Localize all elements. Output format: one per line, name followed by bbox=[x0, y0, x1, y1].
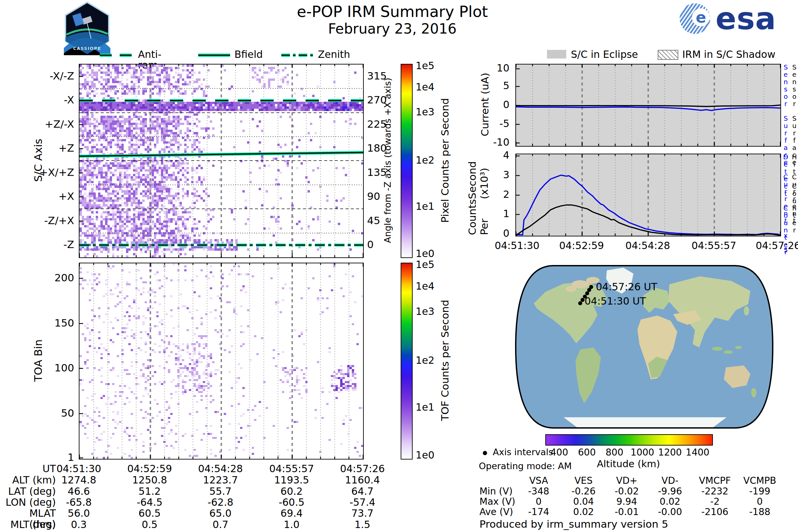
info-cell: 60.5 bbox=[114, 508, 185, 519]
toa-tick: 50 bbox=[18, 407, 74, 419]
voltage-cell: -188 bbox=[737, 507, 783, 517]
zenith-line-sample-icon bbox=[281, 53, 313, 58]
info-cell: 04:52:59 bbox=[114, 463, 185, 474]
voltage-cell: 0 bbox=[737, 496, 783, 507]
voltage-header: VMCPF bbox=[691, 475, 738, 486]
track-end-time-label: 04:57:26 UT bbox=[596, 281, 657, 292]
info-cell: 1250.8 bbox=[114, 474, 185, 486]
info-cell: -65.8 bbox=[43, 497, 114, 508]
shadow-hatch-swatch-icon bbox=[658, 50, 678, 60]
current-plot bbox=[516, 64, 780, 146]
colorbar-tick: 1e3 bbox=[416, 306, 435, 317]
colorbar-tick: 1e1 bbox=[416, 402, 435, 413]
eclipse-legend-label: S/C in Eclipse bbox=[571, 49, 638, 60]
voltage-header: VES bbox=[560, 475, 607, 486]
esa-logo: e esa bbox=[678, 2, 795, 35]
axis-intervals-label: Axis intervals bbox=[493, 447, 553, 457]
band-label: -Z/+X bbox=[18, 215, 74, 226]
voltage-cell: -199 bbox=[737, 486, 783, 496]
voltage-cell: -348 bbox=[515, 486, 562, 496]
counts-ylabel-line2: Second (x10³) bbox=[466, 154, 490, 199]
alt-tick: 1000 bbox=[629, 447, 656, 458]
voltage-cell: 0.02 bbox=[647, 496, 693, 507]
toa-tick: 100 bbox=[18, 362, 74, 374]
current-ytick: -5 bbox=[475, 118, 509, 129]
toa-overlay bbox=[79, 263, 363, 459]
counts-ytick: 2 bbox=[491, 189, 509, 200]
axis-intervals-dot-icon bbox=[483, 451, 487, 455]
current-ytick: 5 bbox=[475, 80, 509, 92]
alt-tick: 400 bbox=[546, 447, 573, 458]
voltage-cell: 9.94 bbox=[604, 496, 650, 507]
time-tick: 04:51:30 bbox=[489, 240, 545, 251]
voltage-cell: -2106 bbox=[691, 507, 738, 517]
colorbar-tick: 1e0 bbox=[416, 450, 435, 461]
info-cell: -57.4 bbox=[327, 497, 398, 508]
info-cell: 1193.5 bbox=[256, 474, 327, 486]
altitude-bar-title: Altitude (km) bbox=[578, 458, 678, 470]
current-panel bbox=[515, 64, 781, 147]
alt-tick: 1400 bbox=[684, 447, 711, 458]
info-cell: 69.4 bbox=[256, 508, 327, 519]
voltage-cell: -2232 bbox=[691, 486, 738, 496]
cassiope-logo: CASSIOPE bbox=[64, 1, 110, 55]
counts-plot bbox=[516, 154, 780, 236]
voltage-cell: -0.01 bbox=[604, 507, 650, 517]
svg-text:e: e bbox=[696, 8, 706, 26]
colorbar-tick: 1e5 bbox=[416, 259, 435, 270]
voltage-cell: 0.04 bbox=[560, 496, 607, 507]
toa-tick: 200 bbox=[18, 272, 74, 283]
produced-by-note: Produced by irm_summary version 5 bbox=[479, 518, 668, 530]
time-tick: 04:57:26 bbox=[750, 240, 798, 251]
alt-tick: 600 bbox=[573, 447, 600, 458]
anti-ram-line-sample-icon bbox=[100, 53, 134, 58]
info-cell: 65.0 bbox=[185, 508, 256, 519]
info-cell: 04:55:57 bbox=[256, 463, 327, 474]
info-cell: 55.7 bbox=[185, 486, 256, 497]
voltage-header: VCMPB bbox=[737, 475, 783, 486]
bfield-line-sample-icon bbox=[198, 53, 230, 58]
counts-ylabel-line1: Counts Per bbox=[466, 199, 490, 235]
counts-ylabel: Counts Per Second (x10³) bbox=[466, 154, 491, 235]
sc-axis-ylabel: S/C Axis bbox=[32, 64, 45, 257]
current-ytick: -10 bbox=[475, 137, 509, 148]
info-cell: 60.2 bbox=[256, 486, 327, 497]
colorbar-tick: 1e4 bbox=[416, 81, 435, 93]
time-tick: 04:55:57 bbox=[686, 240, 742, 251]
band-label: -X bbox=[18, 94, 74, 106]
info-cell: 1274.8 bbox=[43, 474, 114, 486]
current-ytick: 10 bbox=[475, 62, 509, 74]
info-cell: 0.3 bbox=[43, 519, 114, 530]
pixel-colorbar-title: Pixel Counts per Second bbox=[438, 64, 452, 257]
voltage-header: VSA bbox=[515, 475, 562, 486]
svg-text:CASSIOPE: CASSIOPE bbox=[73, 46, 101, 51]
info-cell: 73.7 bbox=[327, 508, 398, 519]
info-cell: 51.2 bbox=[114, 486, 185, 497]
colorbar-tick: 1e1 bbox=[416, 201, 435, 212]
toa-spectrogram-panel bbox=[79, 263, 364, 459]
voltage-cell: -9.96 bbox=[647, 486, 693, 496]
alt-tick: 1200 bbox=[657, 447, 683, 458]
svg-text:esa: esa bbox=[716, 2, 776, 35]
info-cell: 04:54:28 bbox=[185, 463, 256, 474]
band-label: +X bbox=[18, 191, 74, 202]
page-title: e-POP IRM Summary Plot bbox=[226, 3, 558, 21]
colorbar-tick: 1e2 bbox=[416, 155, 435, 166]
info-cell: -60.5 bbox=[256, 497, 327, 508]
esa-logo-icon: e esa bbox=[678, 2, 795, 35]
colorbar-tick: 1e0 bbox=[416, 248, 435, 259]
colorbar-tick: 1e5 bbox=[416, 60, 435, 72]
info-cell: 04:51:30 bbox=[43, 463, 114, 474]
altitude-colorbar bbox=[545, 434, 713, 445]
info-cell: 64.7 bbox=[327, 486, 398, 497]
band-label: +Z/-X bbox=[18, 118, 74, 130]
counts-ytick: 0 bbox=[491, 228, 509, 239]
eclipse-swatch-icon bbox=[547, 50, 566, 58]
info-cell: 1160.4 bbox=[327, 474, 398, 486]
voltage-cell: -0.00 bbox=[647, 507, 693, 517]
pixel-counts-colorbar bbox=[401, 64, 413, 258]
voltage-cell: 0 bbox=[515, 496, 562, 507]
voltage-header: VD- bbox=[647, 475, 693, 486]
voltage-header: VD+ bbox=[604, 475, 650, 486]
current-ytick: 0 bbox=[475, 99, 509, 110]
